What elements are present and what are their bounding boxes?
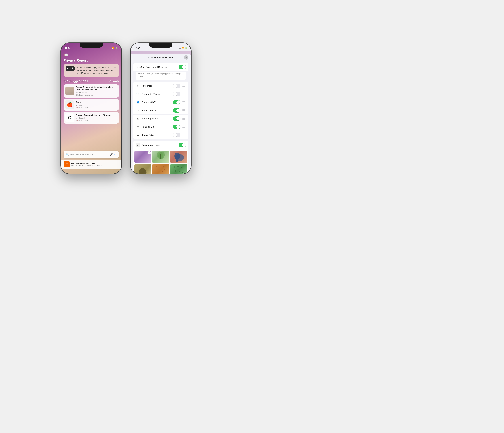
privacy-report-label: Privacy Report bbox=[142, 109, 173, 112]
privacy-report-drag[interactable] bbox=[182, 108, 186, 113]
tabs-icon[interactable]: ⧉ bbox=[114, 153, 117, 156]
background-image-label: Background Image bbox=[142, 144, 179, 146]
icloud-subtitle-row: Safari will sync your Start Page appeara… bbox=[135, 72, 186, 80]
reading-list-toggle[interactable] bbox=[173, 125, 180, 129]
siri-suggestions-drag[interactable] bbox=[182, 117, 186, 121]
google-thumbnail: G bbox=[65, 113, 74, 122]
toggle-knob-bi bbox=[182, 143, 186, 147]
bottom-title: cabinet Hand painted Living | E... bbox=[71, 162, 119, 164]
drag-line bbox=[182, 126, 185, 126]
bg-image-orange-pattern[interactable] bbox=[152, 164, 169, 173]
modal-title: Customise Start Page bbox=[148, 56, 173, 59]
siri-card-support[interactable]: G Support Page updates - last 24 hours g… bbox=[63, 112, 119, 124]
shared-with-you-drag[interactable] bbox=[182, 100, 186, 104]
frequently-visited-toggle[interactable] bbox=[173, 92, 180, 96]
use-start-page-toggle[interactable] bbox=[179, 65, 186, 69]
toggle-knob-rl bbox=[176, 125, 180, 129]
svg-point-10 bbox=[162, 171, 163, 172]
icloud-tabs-toggle[interactable] bbox=[173, 133, 180, 137]
close-icon: ✕ bbox=[186, 56, 187, 59]
privacy-description: In the last seven days, Safari has preve… bbox=[77, 66, 117, 75]
siri-suggestions-toggle[interactable] bbox=[173, 117, 180, 121]
toggle-knob-ss bbox=[176, 117, 180, 120]
bg-image-girl[interactable]: ✕ bbox=[134, 151, 151, 163]
bookmark-icon-2: 📖 bbox=[76, 119, 78, 121]
reading-list-drag[interactable] bbox=[182, 125, 186, 129]
wifi-icon-r: 📶 bbox=[181, 47, 184, 49]
siri-card-3-title: Support Page updates - last 24 hours bbox=[76, 114, 117, 117]
status-icons-right-2: ···· 📶 🔋 bbox=[180, 47, 187, 49]
svg-point-8 bbox=[163, 166, 163, 167]
drag-line bbox=[182, 134, 185, 134]
background-image-icon: 🖼 bbox=[135, 143, 140, 147]
drag-line bbox=[182, 93, 185, 93]
favourites-toggle[interactable] bbox=[173, 84, 180, 88]
toggle-knob bbox=[182, 65, 186, 69]
show-all-button[interactable]: Show All › bbox=[109, 80, 119, 82]
iphone-frame-left: 11:24 ···· 📶 🔋 📖 Privacy Report 🛡 49 bbox=[61, 43, 121, 173]
shared-with-you-icon: 👥 bbox=[135, 100, 140, 104]
modal-close-button[interactable]: ✕ bbox=[184, 55, 189, 60]
bg-image-abstract1[interactable] bbox=[134, 164, 151, 173]
background-image-toggle[interactable] bbox=[179, 143, 186, 147]
phone2-screen: 12:07 ···· 📶 🔋 Customise Start Page ✕ bbox=[131, 43, 191, 173]
siri-card-google[interactable]: Google Explores Alternative to Apple's N… bbox=[63, 84, 119, 98]
siri-card-3-source: 📖 From Bookmarks bbox=[76, 119, 117, 121]
bg-image-green-pattern[interactable] bbox=[170, 164, 187, 173]
svg-point-4 bbox=[174, 153, 180, 159]
drag-line bbox=[182, 102, 185, 102]
search-bar-container: 🔍 Search or enter website 🎤 ⧉ bbox=[63, 151, 119, 158]
bottom-suggestion[interactable]: E cabinet Hand painted Living | E... ets… bbox=[61, 160, 121, 169]
mic-icon[interactable]: 🎤 bbox=[109, 153, 113, 156]
icloud-tabs-label: iCloud Tabs bbox=[142, 134, 173, 136]
shared-with-you-toggle[interactable] bbox=[173, 100, 180, 104]
favourites-drag-handle[interactable] bbox=[182, 84, 186, 88]
settings-row-icloud-tabs: ☁ iCloud Tabs bbox=[133, 131, 189, 139]
frequently-visited-drag[interactable] bbox=[182, 92, 186, 96]
drag-line bbox=[182, 118, 185, 118]
privacy-card[interactable]: 🛡 49 In the last seven days, Safari has … bbox=[63, 64, 119, 77]
icloud-tabs-drag[interactable] bbox=[182, 133, 186, 137]
bookmark-icon: 📖 bbox=[76, 106, 78, 108]
apple-thumbnail: 🍎 bbox=[65, 100, 74, 109]
siri-section-title: Siri Suggestions bbox=[63, 79, 88, 83]
toggle-knob-f bbox=[173, 84, 177, 88]
source-label-2: From Bookmarks bbox=[78, 106, 91, 108]
drag-line bbox=[182, 127, 185, 127]
shared-with-you-label: Shared with You bbox=[142, 101, 173, 103]
notch-right bbox=[149, 43, 172, 48]
google-logo-icon: G bbox=[68, 115, 72, 120]
bg-image-elephant[interactable] bbox=[170, 151, 187, 163]
settings-row-reading-list: ○○ Reading List bbox=[133, 123, 189, 131]
modal-sheet: Customise Start Page ✕ Use Start Page on… bbox=[131, 54, 191, 173]
phone2-content: Customise Start Page ✕ Use Start Page on… bbox=[131, 51, 191, 173]
drag-line bbox=[182, 109, 185, 110]
chevron-icon: › bbox=[118, 80, 119, 82]
siri-card-apple[interactable]: 🍎 Apple apple.com 📖 From Bookmarks bbox=[63, 99, 119, 111]
privacy-title: Privacy Report bbox=[63, 58, 119, 63]
settings-row-frequently-visited: 🕐 Frequently Visited bbox=[133, 90, 189, 98]
notch bbox=[80, 43, 103, 48]
bg-image-butterfly[interactable] bbox=[152, 151, 169, 163]
battery-icon-r: 🔋 bbox=[185, 47, 187, 49]
svg-point-6 bbox=[156, 166, 157, 167]
privacy-report-icon: 🛡 bbox=[135, 108, 140, 113]
butterfly-svg bbox=[152, 151, 169, 163]
abstract1-svg bbox=[134, 164, 151, 173]
reading-list-label: Reading List bbox=[142, 126, 173, 128]
elephant-svg bbox=[170, 151, 187, 163]
siri-suggestions-section: Siri Suggestions Show All › Google Explo… bbox=[63, 79, 119, 125]
siri-card-3-domain: google.co.uk bbox=[76, 117, 117, 119]
search-bar[interactable]: 🔍 Search or enter website 🎤 ⧉ bbox=[63, 151, 119, 158]
drag-line bbox=[182, 111, 185, 111]
phone1-screen: 11:24 ···· 📶 🔋 📖 Privacy Report 🛡 49 bbox=[61, 43, 121, 173]
privacy-report-toggle[interactable] bbox=[173, 108, 180, 113]
shield-icon: 🛡 bbox=[67, 67, 69, 70]
modal-header: Customise Start Page ✕ bbox=[131, 54, 191, 61]
siri-card-1-content: Google Explores Alternative to Apple's N… bbox=[76, 86, 117, 96]
search-placeholder: Search or enter website bbox=[70, 153, 108, 156]
icloud-tabs-icon: ☁ bbox=[135, 133, 140, 137]
settings-row-shared-with-you: 👥 Shared with You bbox=[133, 98, 189, 106]
tracker-badge: 🛡 49 bbox=[66, 66, 75, 71]
drag-line bbox=[182, 94, 185, 94]
